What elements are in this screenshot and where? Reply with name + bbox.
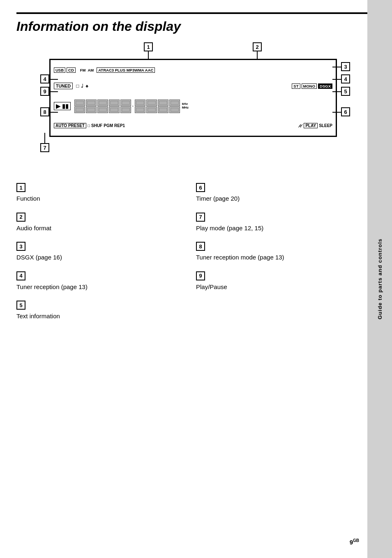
seg-8	[158, 100, 168, 113]
callout-3: 3	[341, 62, 350, 71]
desc-text-2: Audio format	[16, 224, 188, 232]
callout-4-line	[332, 79, 341, 80]
callout-6: 6	[341, 107, 350, 116]
person-icon: ♠	[85, 83, 88, 89]
callout-4-left: 4	[40, 74, 49, 83]
desc-text-4: Tuner reception (page 13)	[16, 283, 188, 291]
lcd-line4: AUTO PRESET □ SHUF PGM REP1 ⌭ PLAY SLEEP	[54, 123, 332, 128]
callout-8-line	[49, 112, 58, 113]
seg-4	[109, 100, 120, 113]
top-border-line	[16, 12, 370, 14]
desc-num-2: 2	[16, 213, 25, 222]
bottom-left-controls: AUTO PRESET □ SHUF PGM REP1	[54, 123, 125, 128]
callout-9-line	[49, 91, 58, 92]
sidebar-label: Guide to parts and controls	[377, 238, 383, 320]
lcd-icons: □ ♩ ♠	[76, 83, 88, 89]
callout-2-line	[257, 51, 258, 60]
auto-preset-badge: AUTO PRESET	[54, 123, 86, 128]
desc-num-8: 8	[196, 242, 205, 251]
desc-item-7: 7 Play mode (page 12, 15)	[196, 208, 376, 237]
callout-5-line	[332, 91, 341, 92]
st-badge: ST	[292, 83, 300, 89]
play-pause-badge: ▶ ▮▮	[54, 102, 71, 110]
page-title: Information on the display	[16, 19, 376, 34]
desc-num-3: 3	[16, 242, 25, 251]
tuned-badge: TUNED	[54, 83, 73, 89]
seg-2	[86, 100, 97, 113]
seg-1	[74, 100, 85, 113]
callout-7-line	[44, 133, 45, 144]
seg-5	[120, 100, 131, 113]
seg-9	[169, 100, 180, 113]
callout-6-line	[332, 112, 341, 113]
desc-num-7: 7	[196, 213, 205, 222]
mono-badge: MONO	[302, 83, 317, 89]
description-grid: 1 Function 2 Audio format 3 DSGX (page 1…	[16, 178, 376, 325]
callout-1-line	[148, 51, 149, 60]
seg-6	[135, 100, 145, 113]
lcd-line1: USB CD FM AM ATRAC3 PLUS MP3WMA AAC	[54, 67, 332, 73]
desc-num-4: 4	[16, 271, 25, 280]
desc-text-6: Timer (page 20)	[196, 194, 367, 203]
desc-num-6: 6	[196, 183, 205, 192]
desc-text-8: Tuner reception mode (page 13)	[196, 253, 367, 262]
page-number: 9GB	[350, 538, 359, 546]
desc-item-4: 4 Tuner reception (page 13)	[16, 266, 196, 296]
callout-8: 8	[40, 107, 49, 116]
callout-9: 9	[40, 87, 49, 96]
desc-item-3: 3 DSGX (page 16)	[16, 237, 196, 266]
callout-4-left-line	[49, 79, 58, 80]
right-badges: ST MONO DSGX	[292, 83, 332, 89]
cd-badge: CD	[67, 67, 76, 73]
bottom-right-controls: ⌭ PLAY SLEEP	[298, 123, 332, 128]
callout-1: 1	[144, 42, 153, 51]
desc-text-1: Function	[16, 194, 188, 203]
play-badge: PLAY	[304, 123, 318, 128]
desc-text-7: Play mode (page 12, 15)	[196, 224, 367, 232]
desc-num-5: 5	[16, 301, 25, 310]
music-icon: ♩	[81, 83, 83, 89]
display-diagram: 1 2 USB CD FM AM ATRAC3 PLUS MP3WMA AAC …	[16, 42, 376, 170]
usb-badge: USB	[54, 67, 65, 73]
desc-text-5: Text information	[16, 312, 188, 320]
desc-left-col: 1 Function 2 Audio format 3 DSGX (page 1…	[16, 178, 196, 325]
freq-unit: kHz MHz	[182, 102, 189, 110]
format-badges: FM AM	[80, 68, 94, 72]
callout-4: 4	[341, 74, 350, 83]
desc-item-9: 9 Play/Pause	[196, 266, 376, 296]
desc-item-5: 5 Text information	[16, 296, 196, 325]
folder-icon: □	[76, 83, 79, 89]
callout-3-line	[332, 67, 341, 67]
callout-7: 7	[40, 143, 49, 152]
desc-item-8: 8 Tuner reception mode (page 13)	[196, 237, 376, 266]
desc-num-1: 1	[16, 183, 25, 192]
lcd-line3: ▶ ▮▮	[54, 100, 332, 113]
desc-item-6: 6 Timer (page 20)	[196, 178, 376, 208]
atrac3-badge: ATRAC3 PLUS MP3WMA AAC	[97, 67, 155, 73]
seg-3	[97, 100, 108, 113]
lcd-display: USB CD FM AM ATRAC3 PLUS MP3WMA AAC TUNE…	[49, 59, 337, 137]
desc-text-3: DSGX (page 16)	[16, 253, 188, 262]
desc-item-2: 2 Audio format	[16, 208, 196, 237]
seg-7	[146, 100, 157, 113]
callout-2: 2	[253, 42, 262, 51]
digit-display: ·	[74, 100, 332, 113]
desc-item-1: 1 Function	[16, 178, 196, 208]
desc-right-col: 6 Timer (page 20) 7 Play mode (page 12, …	[196, 178, 376, 325]
lcd-line2: TUNED □ ♩ ♠ ST MONO DSGX	[54, 83, 332, 89]
desc-text-9: Play/Pause	[196, 283, 367, 291]
dsgx-badge: DSGX	[318, 83, 332, 89]
mhz-label: MHz	[182, 106, 189, 110]
desc-num-9: 9	[196, 271, 205, 280]
callout-5: 5	[341, 87, 350, 96]
